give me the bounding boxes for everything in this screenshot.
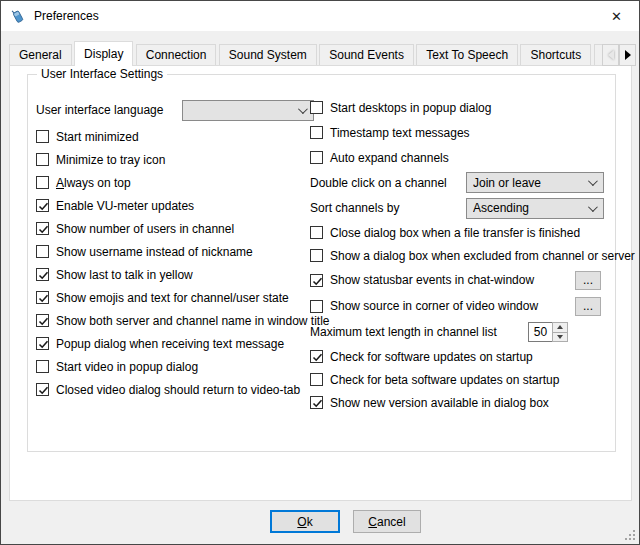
enable-vu-meter-updates-label[interactable]: Enable VU-meter updates	[56, 199, 194, 213]
start-desktops-in-popup-dialog-label[interactable]: Start desktops in popup dialog	[330, 101, 491, 115]
show-number-of-users-in-channel-label[interactable]: Show number of users in channel	[56, 222, 234, 236]
spin-buttons	[552, 322, 568, 342]
show-source-in-corner-of-video-window-more-button[interactable]: ...	[575, 297, 601, 316]
show-statusbar-events-in-chat-window-label[interactable]: Show statusbar events in chat-window	[330, 273, 534, 287]
show-a-dialog-box-when-excluded-from-channel-or-server-label[interactable]: Show a dialog box when excluded from cha…	[330, 249, 635, 263]
check-for-beta-software-updates-on-startup-checkbox[interactable]	[310, 373, 323, 386]
check-icon	[311, 397, 324, 410]
display-tab-page: User Interface Settings User interface l…	[9, 65, 632, 501]
spin-down-button[interactable]	[553, 333, 567, 342]
cancel-button[interactable]: Cancel	[353, 510, 421, 533]
show-last-to-talk-in-yellow-checkbox[interactable]	[36, 268, 49, 281]
show-statusbar-events-in-chat-window-more-button[interactable]: ...	[575, 271, 601, 290]
popup-dialog-when-receiving-text-message-checkbox[interactable]	[36, 337, 49, 350]
always-on-top-label[interactable]: Always on top	[56, 176, 131, 190]
checkbox-start-video-in-popup-dialog: Start video in popup dialog	[36, 355, 308, 378]
tab-sound-system[interactable]: Sound System	[219, 44, 317, 65]
show-emojis-and-text-for-channel-user-state-label[interactable]: Show emojis and text for channel/user st…	[56, 291, 289, 305]
check-icon	[37, 315, 50, 328]
double-click-on-a-channel-combobox-value: Join or leave	[473, 176, 588, 190]
maximum-text-length-in-channel-list-label: Maximum text length in channel list	[310, 325, 497, 339]
tab-connection[interactable]: Connection	[136, 44, 217, 65]
show-new-version-available-in-dialog-box-label[interactable]: Show new version available in dialog box	[330, 396, 549, 410]
show-both-server-and-channel-name-in-window-title-label[interactable]: Show both server and channel name in win…	[56, 314, 330, 328]
tab-bar: General Display Connection Sound System …	[9, 41, 636, 66]
closed-video-dialog-should-return-to-video-tab-label[interactable]: Closed video dialog should return to vid…	[56, 383, 300, 397]
start-minimized-checkbox[interactable]	[36, 130, 49, 143]
tab-sound-events[interactable]: Sound Events	[319, 44, 414, 65]
show-last-to-talk-in-yellow-label[interactable]: Show last to talk in yellow	[56, 268, 193, 282]
closed-video-dialog-should-return-to-video-tab-checkbox[interactable]	[36, 383, 49, 396]
enable-vu-meter-updates-checkbox[interactable]	[36, 199, 49, 212]
checkbox-auto-expand-channels: Auto expand channels	[310, 145, 613, 170]
sort-channels-by-combobox[interactable]: Ascending	[466, 198, 604, 219]
timestamp-text-messages-checkbox[interactable]	[310, 126, 323, 139]
start-desktops-in-popup-dialog-checkbox[interactable]	[310, 101, 323, 114]
close-dialog-box-when-a-file-transfer-is-finished-checkbox[interactable]	[310, 226, 323, 239]
chevron-down-icon	[298, 104, 308, 114]
checkbox-popup-dialog-when-receiving-text-message: Popup dialog when receiving text message	[36, 332, 308, 355]
popup-dialog-when-receiving-text-message-label[interactable]: Popup dialog when receiving text message	[56, 337, 284, 351]
tab-general[interactable]: General	[9, 44, 72, 65]
show-statusbar-events-in-chat-window-checkbox[interactable]	[310, 274, 323, 287]
always-on-top-checkbox[interactable]	[36, 176, 49, 189]
check-icon	[311, 351, 324, 364]
show-username-instead-of-nickname-label[interactable]: Show username instead of nickname	[56, 245, 253, 259]
checkbox-show-both-server-and-channel-name-in-window-title: Show both server and channel name in win…	[36, 309, 308, 332]
close-dialog-box-when-a-file-transfer-is-finished-label[interactable]: Close dialog box when a file transfer is…	[330, 226, 580, 240]
minimize-to-tray-icon-label[interactable]: Minimize to tray icon	[56, 153, 165, 167]
checkbox-enable-vu-meter-updates: Enable VU-meter updates	[36, 194, 308, 217]
check-icon	[37, 200, 50, 213]
show-emojis-and-text-for-channel-user-state-checkbox[interactable]	[36, 291, 49, 304]
ok-button[interactable]: Ok	[270, 510, 340, 533]
auto-expand-channels-label[interactable]: Auto expand channels	[330, 151, 449, 165]
user-interface-language-label: User interface language	[36, 103, 163, 117]
check-for-software-updates-on-startup-label[interactable]: Check for software updates on startup	[330, 350, 533, 364]
maximum-text-length-in-channel-list-value[interactable]: 50	[528, 322, 552, 342]
check-icon	[37, 223, 50, 236]
minimize-to-tray-icon-checkbox[interactable]	[36, 153, 49, 166]
arrow-right-icon	[625, 50, 631, 60]
show-new-version-available-in-dialog-box-checkbox[interactable]	[310, 396, 323, 409]
resize-grip[interactable]	[624, 529, 635, 540]
combo-row-user-interface-language: User interface language	[36, 95, 308, 125]
tab-shortcuts[interactable]: Shortcuts	[520, 44, 591, 65]
app-icon	[10, 8, 26, 24]
show-a-dialog-box-when-excluded-from-channel-or-server-checkbox[interactable]	[310, 249, 323, 262]
check-for-beta-software-updates-on-startup-label[interactable]: Check for beta software updates on start…	[330, 373, 559, 387]
chevron-down-icon	[588, 176, 598, 186]
check-for-software-updates-on-startup-checkbox[interactable]	[310, 350, 323, 363]
checkbox-show-emojis-and-text-for-channel-user-state: Show emojis and text for channel/user st…	[36, 286, 308, 309]
show-number-of-users-in-channel-checkbox[interactable]	[36, 222, 49, 235]
tab-text-to-speech[interactable]: Text To Speech	[416, 44, 518, 65]
titlebar: Preferences ✕	[1, 1, 639, 31]
right-column: Start desktops in popup dialogTimestamp …	[310, 95, 613, 414]
checkbox-show-new-version-available-in-dialog-box: Show new version available in dialog box	[310, 391, 613, 414]
show-source-in-corner-of-video-window-label[interactable]: Show source in corner of video window	[330, 299, 538, 313]
timestamp-text-messages-label[interactable]: Timestamp text messages	[330, 126, 470, 140]
close-button[interactable]: ✕	[594, 1, 639, 31]
auto-expand-channels-checkbox[interactable]	[310, 151, 323, 164]
start-video-in-popup-dialog-label[interactable]: Start video in popup dialog	[56, 360, 198, 374]
check-icon	[37, 338, 50, 351]
checkbox-show-last-to-talk-in-yellow: Show last to talk in yellow	[36, 263, 308, 286]
tab-scroll-right-button[interactable]	[619, 44, 636, 66]
tab-display[interactable]: Display	[74, 41, 133, 66]
tab-scroll-left-button[interactable]	[602, 44, 619, 66]
user-interface-settings-group: User Interface Settings User interface l…	[27, 74, 616, 452]
tab-scroller	[602, 44, 636, 66]
start-minimized-label[interactable]: Start minimized	[56, 130, 139, 144]
double-click-on-a-channel-combobox[interactable]: Join or leave	[466, 172, 604, 193]
spin-up-button[interactable]	[553, 323, 567, 333]
arrow-left-icon	[608, 50, 614, 60]
checkbox-closed-video-dialog-should-return-to-video-tab: Closed video dialog should return to vid…	[36, 378, 308, 401]
checkbox-dots-show-statusbar-events-in-chat-window: Show statusbar events in chat-window...	[310, 267, 613, 293]
user-interface-language-combobox[interactable]	[182, 100, 314, 121]
show-username-instead-of-nickname-checkbox[interactable]	[36, 245, 49, 258]
show-both-server-and-channel-name-in-window-title-checkbox[interactable]	[36, 314, 49, 327]
combo-row-sort-channels-by: Sort channels byAscending	[310, 195, 613, 221]
maximum-text-length-in-channel-list-spinner: 50	[528, 322, 568, 342]
show-source-in-corner-of-video-window-checkbox[interactable]	[310, 300, 323, 313]
start-video-in-popup-dialog-checkbox[interactable]	[36, 360, 49, 373]
group-title: User Interface Settings	[37, 67, 167, 82]
